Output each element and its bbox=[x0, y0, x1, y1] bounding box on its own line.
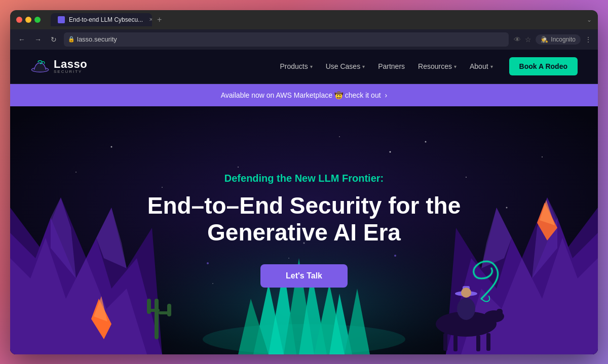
incognito-button[interactable]: 🕵 Incognito bbox=[536, 34, 581, 45]
logo-icon bbox=[30, 59, 50, 74]
nav-partners[interactable]: Partners bbox=[373, 59, 410, 73]
bookmark-icon[interactable]: ☆ bbox=[525, 35, 531, 44]
svg-rect-45 bbox=[453, 335, 458, 351]
nav-products-label: Products bbox=[280, 62, 308, 70]
book-rodeo-button[interactable]: Book A Rodeo bbox=[509, 57, 578, 75]
svg-point-50 bbox=[457, 298, 475, 320]
svg-point-9 bbox=[425, 141, 427, 142]
address-right-icons: 👁 ☆ 🕵 Incognito ⋮ bbox=[514, 34, 592, 45]
logo-text: Lasso SECURITY bbox=[54, 59, 87, 74]
logo-tagline: SECURITY bbox=[54, 70, 87, 74]
reload-button[interactable]: ↻ bbox=[49, 34, 59, 45]
address-input-wrap: 🔒 lasso.security bbox=[64, 32, 509, 47]
hero-title: End–to–End Security for the Generative A… bbox=[147, 192, 461, 246]
website-content: Lasso SECURITY Products ▾ Use Cases ▾ Pa… bbox=[10, 50, 598, 354]
svg-point-7 bbox=[339, 136, 340, 137]
svg-point-4 bbox=[238, 167, 239, 168]
tabs-chevron-icon[interactable]: ⌄ bbox=[587, 16, 592, 23]
logo-name: Lasso bbox=[54, 59, 87, 70]
address-bar: ← → ↻ 🔒 lasso.security 👁 ☆ 🕵 Incognito ⋮ bbox=[10, 29, 598, 50]
logo[interactable]: Lasso SECURITY bbox=[30, 59, 87, 74]
hero-subtitle: Defending the New LLM Frontier: bbox=[147, 173, 461, 184]
incognito-icon: 🕵 bbox=[541, 36, 548, 43]
nav-use-cases-label: Use Cases bbox=[326, 62, 360, 70]
hero-title-line2: Generative AI Era bbox=[207, 219, 401, 246]
lock-icon: 🔒 bbox=[68, 36, 75, 43]
svg-point-10 bbox=[542, 156, 543, 157]
svg-rect-46 bbox=[476, 335, 480, 351]
nav-links: Products ▾ Use Cases ▾ Partners Resource… bbox=[275, 57, 578, 75]
svg-rect-49 bbox=[497, 309, 503, 319]
nav-use-cases[interactable]: Use Cases ▾ bbox=[321, 59, 370, 73]
svg-rect-42 bbox=[167, 304, 171, 316]
eye-slash-icon: 👁 bbox=[514, 35, 521, 44]
about-chevron-icon: ▾ bbox=[490, 64, 493, 69]
hero-section: Defending the New LLM Frontier: End–to–E… bbox=[10, 106, 598, 354]
maximize-button[interactable] bbox=[34, 17, 41, 23]
svg-point-11 bbox=[75, 172, 77, 173]
title-bar: End-to-end LLM Cybsecu... ✕ + ⌄ bbox=[10, 10, 598, 29]
tab-bar: End-to-end LLM Cybsecu... ✕ + ⌄ bbox=[51, 13, 592, 26]
hero-content: Defending the New LLM Frontier: End–to–E… bbox=[147, 173, 461, 288]
minimize-button[interactable] bbox=[25, 17, 31, 23]
banner-arrow-icon: › bbox=[385, 91, 388, 99]
tab-bar-right: ⌄ bbox=[587, 16, 592, 23]
incognito-label: Incognito bbox=[551, 36, 576, 43]
lets-talk-button[interactable]: Let's Talk bbox=[260, 264, 348, 288]
nav-resources[interactable]: Resources ▾ bbox=[413, 59, 462, 73]
banner-text: Available now on AWS Marketplace 🤠 check… bbox=[221, 91, 381, 99]
svg-rect-47 bbox=[486, 333, 490, 351]
nav-products[interactable]: Products ▾ bbox=[275, 59, 317, 73]
close-button[interactable] bbox=[16, 17, 22, 23]
tab-favicon bbox=[58, 16, 65, 23]
forward-button[interactable]: → bbox=[32, 34, 44, 45]
traffic-lights bbox=[16, 17, 41, 23]
svg-point-5 bbox=[390, 151, 391, 152]
products-chevron-icon: ▾ bbox=[310, 64, 313, 69]
nav-about[interactable]: About ▾ bbox=[465, 59, 498, 73]
hero-title-line1: End–to–End Security for the bbox=[147, 192, 461, 219]
browser-window: End-to-end LLM Cybsecu... ✕ + ⌄ ← → ↻ 🔒 … bbox=[10, 10, 598, 354]
tab-title: End-to-end LLM Cybsecu... bbox=[69, 16, 143, 23]
svg-point-6 bbox=[466, 177, 467, 178]
tab-close-icon[interactable]: ✕ bbox=[149, 17, 152, 22]
svg-point-53 bbox=[461, 288, 471, 298]
announcement-banner[interactable]: Available now on AWS Marketplace 🤠 check… bbox=[10, 84, 598, 106]
nav-partners-label: Partners bbox=[378, 62, 405, 70]
svg-point-3 bbox=[111, 146, 112, 147]
site-nav: Lasso SECURITY Products ▾ Use Cases ▾ Pa… bbox=[10, 50, 598, 84]
active-tab[interactable]: End-to-end LLM Cybsecu... ✕ bbox=[51, 13, 152, 26]
back-button[interactable]: ← bbox=[16, 34, 27, 45]
svg-rect-40 bbox=[147, 299, 151, 314]
nav-resources-label: Resources bbox=[418, 62, 452, 70]
svg-rect-38 bbox=[155, 299, 159, 339]
svg-rect-44 bbox=[443, 333, 447, 351]
use-cases-chevron-icon: ▾ bbox=[362, 64, 365, 69]
svg-point-12 bbox=[506, 207, 508, 208]
browser-menu-button[interactable]: ⋮ bbox=[585, 35, 592, 44]
new-tab-button[interactable]: + bbox=[154, 15, 165, 24]
resources-chevron-icon: ▾ bbox=[454, 64, 457, 69]
address-input[interactable]: lasso.security bbox=[64, 32, 509, 47]
nav-about-label: About bbox=[470, 62, 488, 70]
svg-point-33 bbox=[203, 324, 405, 354]
